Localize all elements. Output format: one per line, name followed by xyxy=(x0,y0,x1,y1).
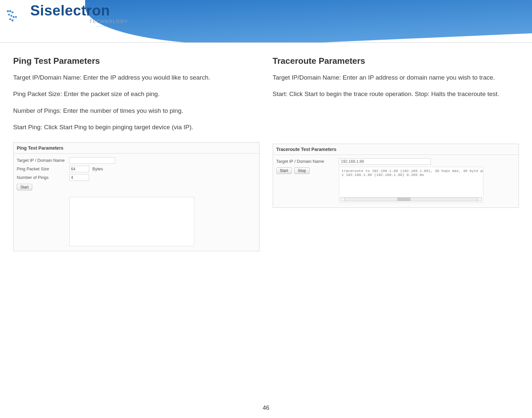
ping-start-text: Click Start Ping to begin pinging target… xyxy=(42,124,193,131)
trace-target-label: Target IP/Domain Name: xyxy=(273,74,341,81)
horizontal-scrollbar[interactable] xyxy=(340,197,482,201)
page-number: 46 xyxy=(0,405,532,411)
ping-section: Ping Test Parameters Target IP/Domain Na… xyxy=(13,56,260,251)
trace-target-desc: Target IP/Domain Name: Enter an IP addre… xyxy=(273,73,519,83)
ping-shot-start-button[interactable]: Start xyxy=(17,184,32,190)
ping-target-text: Enter the IP address you would like to s… xyxy=(81,74,210,81)
logo-name: Siselectron xyxy=(30,3,128,18)
trace-shot-stop-button[interactable]: Stop xyxy=(294,167,310,174)
ping-shot-target-label: Target IP / Domain Name xyxy=(17,158,69,163)
ping-shot-output-box xyxy=(69,197,194,246)
scroll-left-cap-icon[interactable] xyxy=(341,198,345,201)
ping-count-desc: Number of Pings: Enter the number of tim… xyxy=(13,106,260,116)
trace-shot-output-box: traceroute to 192.168.1.88 (192.168.1.88… xyxy=(339,167,483,203)
trace-start-text: Click Start to begin the trace route ope… xyxy=(288,90,499,97)
trace-shot-start-button[interactable]: Start xyxy=(276,167,292,174)
ping-shot-size-input[interactable]: 64 xyxy=(69,166,89,172)
trace-heading: Traceroute Parameters xyxy=(273,56,519,66)
scroll-right-cap-icon[interactable] xyxy=(477,198,481,201)
ping-shot-count-input[interactable]: 4 xyxy=(69,174,89,181)
logo-subtitle: TECHNOLOGY xyxy=(89,19,128,24)
logo-dots: ····· xyxy=(96,24,128,28)
ping-size-text: Enter the packet size of each ping. xyxy=(62,90,160,97)
ping-screenshot-panel: Ping Test Parameters Target IP / Domain … xyxy=(13,142,260,251)
trace-start-label: Start: xyxy=(273,90,288,97)
trace-output-line: traceroute to 192.168.1.88 (192.168.1.88… xyxy=(342,169,480,173)
ping-shot-size-label: Ping Packet Size xyxy=(17,166,69,171)
ping-size-desc: Ping Packet Size: Enter the packet size … xyxy=(13,89,260,99)
traceroute-section: Traceroute Parameters Target IP/Domain N… xyxy=(273,56,519,251)
ping-target-desc: Target IP/Domain Name: Enter the IP addr… xyxy=(13,73,260,83)
banner-swoosh xyxy=(85,0,532,43)
ping-shot-count-label: Number of Pings xyxy=(17,175,69,180)
trace-shot-title: Traceroute Test Parameters xyxy=(273,144,519,155)
ping-start-label: Start Ping: xyxy=(13,124,42,131)
ping-count-text: Enter the number of times you wish to pi… xyxy=(61,107,183,114)
trace-output-line: 1 192.168.1.88 (192.168.1.88) 0.205 ms xyxy=(342,173,480,177)
ping-count-label: Number of Pings: xyxy=(13,107,61,114)
trace-target-text: Enter an IP address or domain name you w… xyxy=(341,74,495,81)
trace-screenshot-panel: Traceroute Test Parameters Target IP / D… xyxy=(273,144,519,208)
logo-mark-icon xyxy=(3,4,26,27)
ping-start-desc: Start Ping: Click Start Ping to begin pi… xyxy=(13,122,260,132)
ping-size-label: Ping Packet Size: xyxy=(13,90,62,97)
scroll-thumb[interactable] xyxy=(397,198,410,201)
ping-target-label: Target IP/Domain Name: xyxy=(13,74,81,81)
brand-logo: Siselectron TECHNOLOGY ····· xyxy=(3,3,128,28)
ping-shot-title: Ping Test Parameters xyxy=(13,143,259,154)
ping-heading: Ping Test Parameters xyxy=(13,56,260,66)
trace-shot-target-input[interactable]: 192.168.1.88 xyxy=(339,158,431,165)
trace-start-desc: Start: Click Start to begin the trace ro… xyxy=(273,89,519,99)
ping-shot-size-unit: Bytes xyxy=(92,166,103,171)
header-banner: Siselectron TECHNOLOGY ····· xyxy=(0,0,532,43)
trace-shot-target-label: Target IP / Domain Name xyxy=(276,159,332,164)
ping-shot-target-input[interactable] xyxy=(69,157,115,164)
